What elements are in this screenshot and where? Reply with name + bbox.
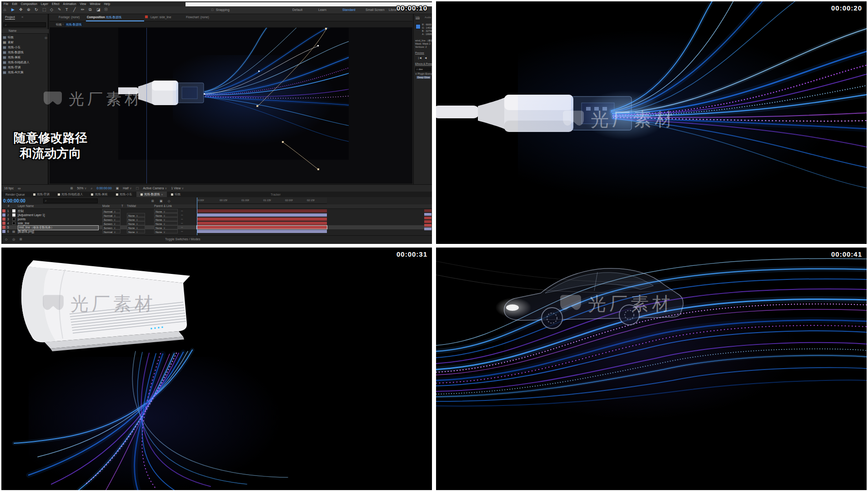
duration-bar[interactable] — [197, 230, 327, 233]
project-item-kongtiao[interactable]: 光线-空调 — [3, 65, 47, 70]
effects-search-input[interactable]: ⌕ dee — [415, 67, 431, 71]
workspace-learn[interactable]: Learn — [318, 8, 326, 11]
mode-select[interactable]: Normal∨ — [102, 229, 120, 233]
snapping-label[interactable]: Snapping — [216, 8, 230, 11]
menu-composition[interactable]: Composition — [21, 2, 37, 5]
mask-path-guides[interactable] — [50, 28, 412, 183]
pen-tool-icon[interactable]: ✎ — [58, 7, 61, 12]
step-back-icon[interactable]: ◀ — [425, 56, 426, 59]
menu-help[interactable]: Help — [104, 2, 110, 5]
pan-behind-tool-icon[interactable]: ⬚ — [42, 7, 46, 12]
project-item-xiaoche[interactable]: 光线-小车 — [3, 45, 47, 50]
mode-select[interactable]: Screen∨ — [102, 217, 120, 221]
viewer-timecode[interactable]: 0:00:00:00 — [97, 187, 112, 190]
duration-bar[interactable] — [197, 222, 327, 225]
duration-bar[interactable] — [197, 209, 327, 213]
magnifier-icon[interactable]: ⌕ — [91, 187, 93, 190]
parent-select[interactable]: None∨ — [154, 217, 178, 221]
comp-mini-flowchart-icon[interactable]: ⊞ — [151, 199, 154, 203]
trkmat-select[interactable]: None∨ — [127, 221, 145, 225]
tab-comp-kongtiao[interactable]: 光线-空调 — [29, 192, 54, 197]
line-tool-icon[interactable]: ╱ — [73, 7, 75, 12]
workspace-small-screen[interactable]: Small Screen — [366, 8, 385, 11]
menu-window[interactable]: Window — [90, 2, 100, 5]
duration-bar-selected[interactable] — [197, 226, 327, 229]
orbit-tool-icon[interactable]: ↻ — [35, 7, 38, 12]
draft3d-icon[interactable]: ▣ — [160, 199, 163, 203]
project-item-sucai[interactable]: 素材 — [3, 40, 47, 45]
zoom-tool-icon[interactable]: ⊕ — [27, 7, 30, 12]
tab-comp-shujuxian-active[interactable]: 光线-数据线× — [136, 192, 167, 197]
workspace-standard[interactable]: Standard — [342, 8, 355, 11]
first-frame-icon[interactable]: ❘◀ — [417, 56, 421, 59]
breadcrumb-current[interactable]: 光线-数据线 — [65, 23, 83, 26]
hand-tool-icon[interactable]: ✥ — [19, 7, 23, 12]
project-tab[interactable]: Project — [5, 15, 15, 20]
timeline-timecode[interactable]: 0:00:00:00 — [3, 198, 25, 203]
viewer-grid-icon[interactable]: ⊞ — [70, 187, 73, 190]
tab-layer[interactable]: Layer: side_line — [151, 15, 171, 19]
parent-select[interactable]: None∨ — [154, 213, 178, 217]
tab-flowchart[interactable]: Flowchart: (none) — [186, 15, 209, 19]
tab-comp-saodijiqiren[interactable]: 光线-扫地机器人 — [54, 192, 87, 197]
project-name-column[interactable]: Name — [1, 29, 49, 34]
tab-comp-zhanban[interactable]: 光线-展板 — [87, 192, 111, 197]
puppet-tool-icon[interactable]: ☉ — [104, 7, 108, 12]
timeline-search-input[interactable]: ⌕ — [43, 198, 98, 203]
trkmat-select[interactable]: None∨ — [127, 229, 145, 233]
tab-composition[interactable]: Composition 光线-数据线 — [87, 15, 121, 20]
mode-select[interactable]: Normal∨ — [102, 209, 120, 213]
parent-select[interactable]: None∨ — [154, 209, 178, 213]
snapshot-icon[interactable]: ▣ — [116, 187, 119, 190]
parent-select[interactable]: None∨ — [154, 225, 178, 229]
breadcrumb-root[interactable]: 特效 — [56, 23, 62, 26]
menu-file[interactable]: File — [4, 2, 8, 5]
home-icon[interactable]: ⌂ — [4, 7, 6, 12]
tab-tracker[interactable]: Tracker — [266, 192, 285, 197]
effects-presets-tab[interactable]: Effects & Presets — [415, 62, 432, 66]
tab-comp-xiaoche[interactable]: 光线-小车 — [112, 192, 136, 197]
tab-comp-texiao[interactable]: 特效 — [167, 192, 185, 197]
duration-bar[interactable] — [197, 218, 327, 221]
timeline-ruler[interactable]: 0:00f 00:15f 01:00f 01:15f 02:00f 02:15f — [197, 197, 327, 204]
resolution-select[interactable]: Half ∨ — [123, 187, 132, 190]
project-search-input[interactable]: ⌕ — [3, 22, 46, 27]
workspace-default[interactable]: Default — [292, 8, 302, 11]
effects-group[interactable]: ∨ Plugin Everything — [415, 72, 432, 75]
mode-select[interactable]: Screen∨ — [102, 225, 120, 229]
menu-layer[interactable]: Layer — [41, 2, 48, 5]
preview-tab[interactable]: Preview — [415, 51, 424, 55]
project-bpc-label[interactable]: 16 bpc — [4, 187, 14, 190]
flowchart-icon[interactable]: ◎ — [12, 238, 15, 241]
shy-icon[interactable]: ◇ — [5, 238, 7, 241]
roi-icon[interactable]: ⬚ — [136, 187, 139, 190]
brush-tool-icon[interactable]: ✏ — [81, 7, 85, 12]
project-item-shujuxian[interactable]: 光线-数据线 — [3, 50, 47, 55]
parent-select[interactable]: None∨ — [154, 221, 178, 225]
project-item-texiao[interactable]: 特效◎ — [3, 35, 47, 40]
mask-tool-icon[interactable]: ◇ — [50, 7, 53, 12]
trkmat-select[interactable]: None∨ — [127, 213, 145, 217]
toggle-switches-label[interactable]: Toggle Switches / Modes — [165, 238, 200, 241]
effect-deep-glow[interactable]: Deep Glow — [416, 76, 431, 79]
trkmat-select[interactable]: None∨ — [127, 217, 145, 221]
project-item-ai-danao[interactable]: 光线-AI大脑 — [3, 70, 47, 75]
parent-select[interactable]: None∨ — [154, 229, 178, 233]
trash-icon[interactable]: ▭ — [18, 187, 21, 190]
menu-effect[interactable]: Effect — [52, 2, 60, 5]
camera-select[interactable]: Active Camera ∨ — [143, 187, 167, 190]
duration-bar[interactable] — [197, 213, 327, 217]
project-item-saodijiqiren[interactable]: 光线-扫地机器人 — [3, 60, 47, 65]
type-tool-icon[interactable]: T — [65, 7, 68, 12]
menu-animation[interactable]: Animation — [63, 2, 76, 5]
eraser-tool-icon[interactable]: ◪ — [96, 7, 100, 12]
graph-editor-icon[interactable]: ⊞ — [20, 238, 22, 241]
zoom-level-select[interactable]: 50% ∨ — [77, 187, 87, 190]
tab-footage[interactable]: Footage: (none) — [59, 15, 80, 19]
menu-edit[interactable]: Edit — [12, 2, 17, 5]
info-tab[interactable]: Info — [416, 16, 420, 19]
tab-render-queue[interactable]: Render Queue — [1, 192, 29, 197]
audio-tab[interactable]: Audio — [425, 16, 431, 19]
motion-blur-icon[interactable]: ◇ — [168, 199, 170, 203]
project-item-zhanban[interactable]: 光线-展板 — [3, 55, 47, 60]
